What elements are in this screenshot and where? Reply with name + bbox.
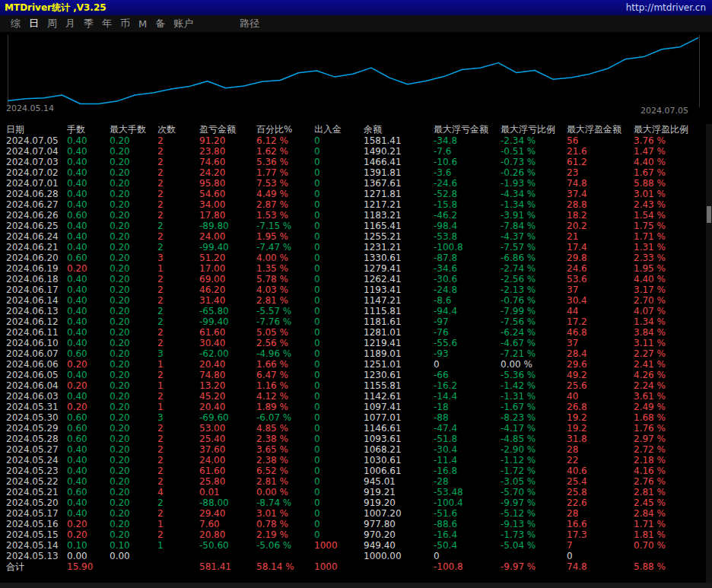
cell-max-lots: 0.20: [110, 380, 157, 391]
table-row[interactable]: 2024.06.200.600.20351.204.00 %01330.61-8…: [0, 253, 706, 263]
website-link[interactable]: http://mtdriver.cn: [626, 2, 706, 13]
table-row[interactable]: 2024.07.030.400.20274.605.36 %01466.41-1…: [0, 157, 706, 167]
table-row[interactable]: 2024.06.250.400.202-89.80-7.15 %01165.41…: [0, 221, 706, 231]
table-row[interactable]: 2024.05.270.400.20237.603.65 %01068.21-3…: [0, 444, 706, 455]
menu-item-币[interactable]: 币: [120, 17, 130, 30]
cell-pl-percent: 3.01 %: [256, 508, 314, 519]
cell-balance: 1115.81: [364, 306, 434, 316]
table-row[interactable]: 2024.06.180.400.20269.005.78 %01262.41-3…: [0, 274, 706, 284]
table-row[interactable]: 2024.06.130.400.202-65.80-5.57 %01115.81…: [0, 306, 706, 316]
cell-date: 2024.05.27: [6, 444, 67, 455]
table-row[interactable]: 2024.07.010.400.20295.807.53 %01367.61-2…: [0, 178, 706, 189]
cell-max-float-profit-pct: 3.17 %: [634, 284, 706, 295]
cell-pl-percent: 2.81 %: [256, 476, 314, 487]
table-row[interactable]: 2024.05.210.600.2040.010.00 %0919.21-53.…: [0, 487, 706, 497]
cell-date: 2024.05.23: [6, 466, 67, 476]
cell-max-float-loss: -88.6: [434, 519, 501, 529]
menu-item-path[interactable]: 路径: [240, 17, 259, 30]
cell-max-float-loss-pct: [501, 551, 567, 561]
table-row[interactable]: 2024.06.060.200.20120.401.66 %01251.0100…: [0, 359, 706, 370]
table-row[interactable]: 2024.06.040.200.20113.201.16 %01155.81-1…: [0, 380, 706, 391]
cell-lots: 0.20: [67, 402, 110, 412]
cell-max-float-loss: -47.4: [434, 423, 501, 434]
cell-max-float-profit: 25.6: [567, 380, 634, 391]
table-row[interactable]: 2024.06.070.600.203-62.00-4.96 %01189.01…: [0, 348, 706, 359]
cell-pl-amount: 24.20: [199, 167, 256, 178]
cell-max-float-profit-pct: 1.68 %: [634, 412, 706, 423]
cell-pl-percent: 4.03 %: [256, 284, 314, 295]
table-row[interactable]: 2024.06.030.400.20245.204.12 %01142.61-1…: [0, 391, 706, 402]
table-row[interactable]: 2024.07.040.400.20223.801.62 %01490.21-7…: [0, 146, 706, 157]
table-row[interactable]: 2024.06.210.400.202-99.40-7.47 %01231.21…: [0, 242, 706, 253]
table-row[interactable]: 2024.06.140.400.20231.402.81 %01147.21-8…: [0, 295, 706, 306]
table-row[interactable]: 2024.06.270.400.20234.002.87 %01217.21-1…: [0, 199, 706, 210]
cell-deposit: 0: [314, 157, 364, 167]
table-row[interactable]: 2024.05.140.100.101-50.60-5.06 %1000949.…: [0, 540, 706, 551]
page-title: MTDriver统计 ,V3.25: [5, 2, 106, 14]
table-row[interactable]: 2024.06.100.400.20230.402.56 %01219.41-5…: [0, 338, 706, 348]
cell-count: 2: [157, 189, 199, 199]
cell-max-float-loss-pct: -1.93 %: [501, 178, 567, 189]
table-row[interactable]: 2024.05.280.600.20225.402.38 %01093.61-5…: [0, 434, 706, 444]
cell-max-float-profit: 37.4: [567, 189, 634, 199]
cell-date: 2024.06.24: [6, 231, 67, 242]
table-row[interactable]: 2024.05.170.400.20229.403.01 %01007.20-5…: [0, 508, 706, 519]
table-row[interactable]: 2024.07.020.400.20224.201.77 %01391.81-3…: [0, 167, 706, 178]
table-row[interactable]: 2024.06.170.400.20246.204.03 %01193.41-2…: [0, 284, 706, 295]
menu-item-周[interactable]: 周: [47, 17, 57, 30]
table-row[interactable]: 2024.05.200.400.202-88.00-8.74 %0919.20-…: [0, 497, 706, 508]
table-row[interactable]: 2024.07.050.400.20291.206.12 %01581.41-3…: [0, 135, 706, 146]
cell-max-float-profit: 17.2: [567, 316, 634, 327]
cell-pl-percent: -7.15 %: [256, 221, 314, 231]
cell-max-float-loss: -16.2: [434, 380, 501, 391]
cell-lots: 0.60: [67, 487, 110, 497]
table-row[interactable]: 2024.06.110.400.20261.605.05 %01281.01-7…: [0, 327, 706, 338]
menu-item-月[interactable]: 月: [65, 17, 75, 30]
cell-date: 2024.06.27: [6, 199, 67, 210]
table-row[interactable]: 2024.05.160.200.2017.600.78 %0977.80-88.…: [0, 519, 706, 529]
menu-item-季[interactable]: 季: [84, 17, 94, 30]
cell-max-float-profit: 56: [567, 135, 634, 146]
table-row[interactable]: 2024.05.240.400.20224.002.38 %01030.61-1…: [0, 455, 706, 466]
cell-max-float-loss-pct: -9.13 %: [501, 519, 567, 529]
cell-max-float-profit-pct: 0.70 %: [634, 540, 706, 551]
table-row[interactable]: 2024.06.050.400.20274.806.47 %01230.61-6…: [0, 370, 706, 380]
cell-max-float-loss: -3.6: [434, 167, 501, 178]
cell-count: 2: [157, 391, 199, 402]
cell-max-float-loss-pct: -2.13 %: [501, 284, 567, 295]
table-row[interactable]: 2024.05.150.200.20220.802.19 %0970.20-16…: [0, 529, 706, 540]
table-row[interactable]: 2024.06.240.400.20224.001.95 %01255.21-5…: [0, 231, 706, 242]
table-row[interactable]: 2024.05.220.400.20225.802.81 %0945.01-28…: [0, 476, 706, 487]
table-row[interactable]: 2024.05.310.200.20120.401.89 %01097.41-1…: [0, 402, 706, 412]
table-row[interactable]: 2024.06.260.600.20217.801.53 %01183.21-4…: [0, 210, 706, 221]
table-row[interactable]: 2024.06.120.400.202-99.40-7.76 %01181.61…: [0, 316, 706, 327]
cell-deposit: 0: [314, 391, 364, 402]
scrollbar-thumb[interactable]: [707, 206, 711, 223]
cell-date: 2024.05.29: [6, 423, 67, 434]
vertical-scrollbar[interactable]: [706, 124, 712, 588]
cell-max-float-loss-pct: -1.42 %: [501, 380, 567, 391]
menu-item-备[interactable]: 备: [155, 17, 165, 30]
cell-max-float-loss-pct: -9.97 %: [501, 561, 567, 572]
table-row[interactable]: 2024.05.130.000.001000.0000: [0, 551, 706, 561]
menu-item-账户[interactable]: 账户: [173, 17, 193, 30]
cell-lots: 0.20: [67, 263, 110, 274]
menu-item-年[interactable]: 年: [102, 17, 112, 30]
cell-balance: 1142.61: [364, 391, 434, 402]
table-row[interactable]: 2024.05.300.600.203-69.60-6.07 %01077.01…: [0, 412, 706, 423]
cell-max-float-loss-pct: -0.73 %: [501, 157, 567, 167]
cell-count: 2: [157, 231, 199, 242]
table-row[interactable]: 2024.06.280.400.20254.604.49 %01271.81-5…: [0, 189, 706, 199]
cell-pl-amount: 24.00: [199, 455, 256, 466]
cell-count: 2: [157, 476, 199, 487]
cell-date: 2024.05.28: [6, 434, 67, 444]
cell-max-lots: 0.20: [110, 178, 157, 189]
cell-max-float-profit: 40: [567, 391, 634, 402]
cell-max-float-loss: -34.8: [434, 135, 501, 146]
menu-item-综[interactable]: 综: [11, 17, 21, 30]
table-row[interactable]: 2024.05.230.400.20261.606.52 %01006.61-1…: [0, 466, 706, 476]
menu-item-日[interactable]: 日: [29, 17, 39, 30]
table-row[interactable]: 2024.05.290.600.20253.004.85 %01146.61-4…: [0, 423, 706, 434]
menu-item-M[interactable]: M: [138, 18, 147, 30]
table-row[interactable]: 2024.06.190.200.20117.001.35 %01279.41-3…: [0, 263, 706, 274]
